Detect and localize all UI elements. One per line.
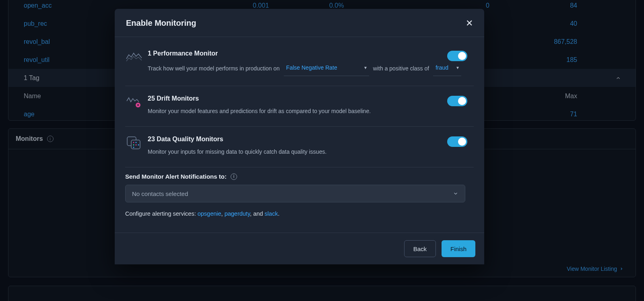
svg-point-9 (133, 147, 134, 148)
alerts-label: Send Monitor Alert Notifications to: (125, 173, 227, 180)
enable-monitoring-modal: Enable Monitoring ✕ 1 Performance Monito… (115, 9, 484, 264)
performance-title: 1 Performance Monitor (148, 50, 470, 57)
data-quality-icon (125, 136, 143, 150)
drift-title: 25 Drift Monitors (148, 95, 470, 102)
svg-point-1 (137, 104, 139, 106)
modal-title: Enable Monitoring (126, 19, 196, 28)
svg-point-4 (133, 142, 134, 143)
contacts-placeholder: No contacts selected (132, 190, 188, 197)
alerts-block: Send Monitor Alert Notifications to: i N… (125, 167, 474, 219)
finish-button[interactable]: Finish (442, 240, 475, 257)
close-icon[interactable]: ✕ (466, 19, 473, 28)
back-button[interactable]: Back (404, 240, 436, 257)
configure-services-line: Configure alerting services: opsgenie, p… (125, 210, 474, 217)
svg-point-5 (136, 142, 137, 143)
svg-point-6 (133, 144, 134, 146)
quality-toggle[interactable] (447, 136, 467, 147)
metric-dropdown-value: False Negative Rate (286, 62, 337, 73)
chevron-down-icon: ▾ (456, 63, 459, 72)
pagerduty-link[interactable]: pagerduty (225, 210, 250, 217)
opsgenie-link[interactable]: opsgenie (198, 210, 221, 217)
quality-desc: Monitor your inputs for missing data to … (148, 146, 326, 157)
configure-prefix: Configure alerting services: (125, 210, 198, 217)
quality-title: 23 Data Quality Monitors (148, 136, 470, 143)
performance-icon (125, 50, 143, 64)
positive-class-dropdown[interactable]: fraud ▾ (433, 60, 461, 76)
performance-monitor-section: 1 Performance Monitor Track how well you… (125, 41, 474, 86)
svg-point-7 (136, 144, 137, 146)
data-quality-monitor-section: 23 Data Quality Monitors Monitor your in… (125, 127, 474, 167)
positive-class-value: fraud (436, 62, 448, 73)
performance-desc-mid: with a positive class of (373, 63, 429, 74)
chevron-down-icon: ▾ (364, 63, 367, 72)
drift-desc: Monitor your model features and predicti… (148, 105, 371, 117)
slack-link[interactable]: slack (264, 210, 278, 217)
metric-dropdown[interactable]: False Negative Rate ▾ (284, 60, 369, 76)
performance-toggle[interactable] (447, 51, 467, 61)
svg-point-8 (138, 144, 139, 146)
drift-icon (125, 95, 143, 109)
drift-toggle[interactable] (447, 96, 467, 106)
performance-desc-pre: Track how well your model performs in pr… (148, 63, 280, 74)
info-icon[interactable]: i (231, 173, 237, 180)
drift-monitor-section: 25 Drift Monitors Monitor your model fea… (125, 86, 474, 127)
contacts-select[interactable]: No contacts selected (125, 185, 465, 202)
